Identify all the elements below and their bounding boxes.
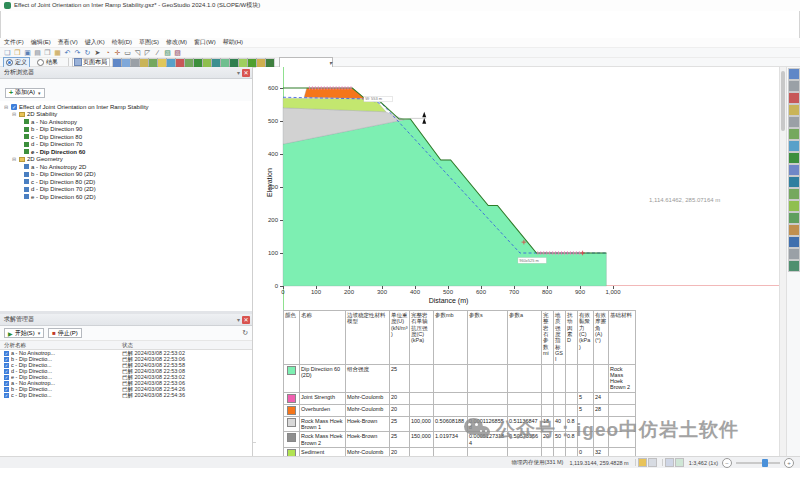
draw-tool-icon[interactable]	[167, 59, 175, 67]
draw-tool-icon[interactable]	[239, 59, 247, 67]
refresh-icon[interactable]: ↻	[242, 329, 248, 337]
draw-tool-icon[interactable]	[789, 153, 799, 163]
solve-row[interactable]: ✓c - Dip Directio...已解 2024/03/08 22:54:…	[0, 392, 252, 398]
tree-row[interactable]: e - Dip Direction 60	[4, 148, 252, 156]
menu-item[interactable]: 文件(F)	[4, 38, 24, 47]
redo-icon[interactable]: ↷	[73, 49, 82, 57]
draw-tool-icon[interactable]	[789, 81, 799, 91]
close-icon[interactable]: ✕	[242, 316, 250, 324]
stop-solve-button[interactable]: ■ 停止(P)	[48, 328, 82, 338]
collapse-icon[interactable]: ⊟	[12, 111, 19, 117]
refresh-icon[interactable]: ↻	[83, 49, 92, 57]
zoom-slider-thumb[interactable]	[762, 459, 768, 467]
close-icon[interactable]: ✕	[242, 69, 250, 77]
select-cursor-icon[interactable]: ➤	[93, 49, 102, 57]
collapse-icon[interactable]: ⊟	[12, 156, 19, 162]
zoom-fit-icon[interactable]	[666, 459, 673, 466]
draw-tool-icon[interactable]	[203, 59, 211, 67]
tree-row[interactable]: a - No Anisotropy	[4, 118, 252, 126]
save-file-icon[interactable]: ▣	[23, 49, 32, 57]
tree-row[interactable]: d - Dip Direction 70	[4, 141, 252, 149]
draw-tool-icon[interactable]	[789, 213, 799, 223]
undo-icon[interactable]: ↶	[63, 49, 72, 57]
pin-icon[interactable]: ▾	[237, 316, 240, 323]
rotate-view-icon[interactable]: ◔	[103, 49, 112, 57]
draw-tool-icon[interactable]	[789, 93, 799, 103]
draw-tool-icon[interactable]	[789, 105, 799, 115]
tree-row[interactable]: b - Dip Direction 90 (2D)	[4, 171, 252, 179]
checkbox-icon[interactable]: ✓	[4, 393, 9, 398]
tree-row[interactable]: d - Dip Direction 70 (2D)	[4, 186, 252, 194]
draw-tool-icon[interactable]	[194, 59, 202, 67]
layers-icon[interactable]	[639, 459, 646, 466]
tree-row[interactable]: ⊟✓Effect of Joint Orientation on Inter R…	[4, 103, 252, 111]
draw-tool-icon[interactable]	[789, 129, 799, 139]
draw-tool-icon[interactable]	[789, 201, 799, 211]
menu-item[interactable]: 键入(K)	[85, 38, 105, 47]
menu-item[interactable]: 帮助(H)	[223, 38, 243, 47]
scrollbar-thumb[interactable]	[781, 71, 785, 131]
print-icon[interactable]: ▤	[33, 49, 42, 57]
menu-item[interactable]: 修改(M)	[166, 38, 187, 47]
define-mode-toggle[interactable]: 定义	[3, 57, 30, 68]
draw-tool-icon[interactable]	[230, 59, 238, 67]
draw-tool-icon[interactable]	[266, 59, 274, 67]
results-mode-toggle[interactable]: 结果	[34, 57, 61, 68]
tree-row[interactable]: ⊟2D Geometry	[4, 156, 252, 164]
canvas-scrollbar[interactable]	[779, 67, 786, 456]
zoom-out-button[interactable]: −	[722, 458, 732, 468]
add-analysis-button[interactable]: + 添加(A) ▾	[5, 88, 45, 98]
checkbox-icon[interactable]: ✓	[4, 351, 9, 356]
page-layout-button[interactable]: 页面布局	[72, 58, 110, 67]
tree-row[interactable]: c - Dip Direction 80	[4, 133, 252, 141]
checkbox-icon[interactable]: ✓	[4, 369, 9, 374]
draw-tool-icon[interactable]	[789, 249, 799, 259]
draw-tool-icon[interactable]	[789, 237, 799, 247]
draw-tool-icon[interactable]	[149, 59, 157, 67]
draw-tool-icon[interactable]	[789, 261, 799, 271]
menu-item[interactable]: 编辑(E)	[31, 38, 51, 47]
draw-tool-icon[interactable]	[212, 59, 220, 67]
checkbox-icon[interactable]: ✓	[4, 357, 9, 362]
zoom-slider[interactable]	[736, 462, 780, 464]
draw-tool-icon[interactable]	[158, 59, 166, 67]
menu-item[interactable]: 绘制(D)	[112, 38, 132, 47]
draw-tool-icon[interactable]	[185, 59, 193, 67]
zoom-window-icon[interactable]	[676, 459, 683, 466]
menu-item[interactable]: 查看(V)	[58, 38, 78, 47]
draw-tool-icon[interactable]	[257, 59, 265, 67]
menu-item[interactable]: 窗口(W)	[194, 38, 216, 47]
tree-row[interactable]: e - Dip Direction 60 (2D)	[4, 193, 252, 201]
draw-tool-icon[interactable]	[140, 59, 148, 67]
draw-tool-icon[interactable]	[789, 225, 799, 235]
draw-tool-icon[interactable]	[789, 165, 799, 175]
draw-tool-icon[interactable]	[131, 59, 139, 67]
new-file-icon[interactable]: ❏	[3, 49, 12, 57]
grid-toggle-icon[interactable]	[649, 459, 656, 466]
tree-row[interactable]: c - Dip Direction 80 (2D)	[4, 178, 252, 186]
draw-tool-icon[interactable]	[789, 141, 799, 151]
checkbox-icon[interactable]: ✓	[4, 363, 9, 368]
checkbox-icon[interactable]: ✓	[4, 375, 9, 380]
checkbox-icon[interactable]: ✓	[11, 104, 17, 110]
start-solve-button[interactable]: ▶ 开始(S) ▾	[4, 328, 44, 338]
zoom-in-button[interactable]: +	[784, 458, 794, 468]
tree-row[interactable]: a - No Anisotropy 2D	[4, 163, 252, 171]
tree-row[interactable]: ⊟2D Stability	[4, 111, 252, 119]
draw-tool-icon[interactable]	[122, 59, 130, 67]
menu-item[interactable]: 草图(S)	[139, 38, 159, 47]
collapse-icon[interactable]: ⊟	[4, 104, 11, 110]
open-file-icon[interactable]: ❐	[13, 49, 22, 57]
paste-icon[interactable]: ▦	[53, 49, 62, 57]
draw-tool-icon[interactable]	[789, 69, 799, 79]
draw-tool-icon[interactable]	[221, 59, 229, 67]
draw-tool-icon[interactable]	[789, 189, 799, 199]
tree-row[interactable]: b - Dip Direction 90	[4, 126, 252, 134]
zoom-combo[interactable]: ▾	[279, 57, 333, 68]
draw-tool-icon[interactable]	[176, 59, 184, 67]
checkbox-icon[interactable]: ✓	[4, 387, 9, 392]
draw-tool-icon[interactable]	[789, 117, 799, 127]
copy-icon[interactable]: ❒	[43, 49, 52, 57]
drawing-canvas[interactable]: W: 553 m960x525 m Elevation Distance (m)…	[256, 67, 779, 456]
pin-icon[interactable]: ▾	[237, 69, 240, 76]
